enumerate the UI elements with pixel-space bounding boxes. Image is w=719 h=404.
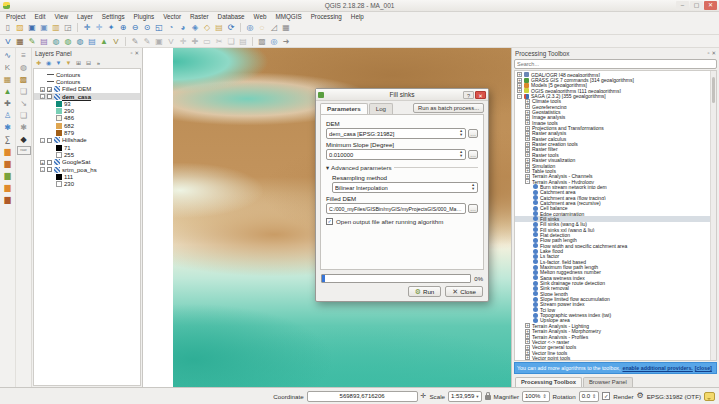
menu-plugins[interactable]: Plugins (134, 13, 155, 20)
expander-icon[interactable]: + (525, 168, 530, 173)
zoom-next-icon[interactable]: ◕ (177, 22, 189, 33)
add-spatialite-layer-icon[interactable]: ▤ (38, 36, 50, 47)
profile-tool-icon[interactable]: ♙ (2, 110, 14, 122)
expander-icon[interactable]: + (517, 88, 522, 93)
legend-swatch-row[interactable]: 290 (34, 107, 140, 114)
save-project-as-icon[interactable]: ▣ (38, 22, 50, 33)
menu-help[interactable]: Help (351, 13, 364, 20)
menu-database[interactable]: Database (218, 13, 245, 20)
expander-icon[interactable]: + (517, 83, 522, 88)
toggle-extents-icon[interactable]: ✛ (421, 392, 427, 400)
add-postgis-layer-icon[interactable]: ◍ (50, 36, 62, 47)
layer-row[interactable]: -dem_casa (34, 93, 140, 100)
zoom-to-layer-icon[interactable]: ◈ (189, 22, 201, 33)
panel-close-icon[interactable]: ✕ (711, 50, 716, 56)
expander-icon[interactable]: - (517, 94, 522, 99)
coordinate-input[interactable]: 569893,6716206 (307, 391, 418, 402)
filter-expression-icon[interactable]: ▼ (64, 59, 73, 68)
expander-icon[interactable]: + (525, 110, 530, 115)
menu-project[interactable]: Project (6, 13, 26, 20)
python-console-icon[interactable]: ∿ (2, 50, 14, 62)
help-button[interactable]: ? (463, 91, 474, 99)
expander-icon[interactable]: + (517, 72, 522, 77)
labeling-icon[interactable]: ▩ (256, 36, 268, 47)
menu-raster[interactable]: Raster (190, 13, 209, 20)
scatter-chart-icon[interactable]: ▆ (2, 182, 14, 194)
menu-settings[interactable]: Settings (102, 13, 125, 20)
menu-mmqgis[interactable]: MMQGIS (275, 13, 301, 20)
topology-checker-icon[interactable]: ✱ (2, 122, 14, 134)
expander-icon[interactable]: + (525, 120, 530, 125)
crs-status-icon[interactable]: ⚙ (636, 392, 643, 400)
panel-overflow-icon[interactable]: » (94, 59, 103, 68)
expander-icon[interactable]: + (525, 334, 530, 339)
osm-place-search-icon[interactable]: ◎ (268, 36, 280, 47)
expander-icon[interactable]: + (525, 152, 530, 157)
legend-swatch-row[interactable]: 486 (34, 115, 140, 122)
scale-lock-icon[interactable] (485, 395, 491, 400)
expander-icon[interactable]: + (525, 345, 530, 350)
menu-edit[interactable]: Edit (35, 13, 46, 20)
expander-icon[interactable]: + (525, 104, 530, 109)
dem-combobox[interactable]: dem_casa [EPSG:31982] ▲▼ (326, 128, 466, 139)
new-memory-layer-icon[interactable]: V (110, 36, 122, 47)
area-chart-icon[interactable]: ▆ (2, 194, 14, 206)
expander-icon[interactable]: + (525, 136, 530, 141)
expander-icon[interactable]: + (517, 78, 522, 83)
zoom-native-icon[interactable]: ⊙ (141, 22, 153, 33)
legend-swatch-row[interactable]: 230 (34, 180, 140, 187)
expander-icon[interactable]: + (525, 115, 530, 120)
pan-to-selection-icon[interactable]: ✛ (93, 22, 105, 33)
add-vector-layer-icon[interactable]: V (2, 36, 14, 47)
layer-row[interactable]: -srtm_poa_hs (34, 166, 140, 173)
menu-processing[interactable]: Processing (311, 13, 342, 20)
measure-icon[interactable]: ◿ (268, 22, 280, 33)
node-tool-icon[interactable]: ✚ (189, 36, 201, 47)
expander-icon[interactable]: + (525, 339, 530, 344)
panel-undock-icon[interactable]: ▫ (130, 50, 132, 56)
paste-features-icon[interactable]: ▤ (237, 36, 249, 47)
run-as-batch-button[interactable]: Run as batch process... (413, 103, 484, 113)
current-edits-icon[interactable]: ✎ (129, 36, 141, 47)
expander-icon[interactable]: + (525, 323, 530, 328)
expander-icon[interactable]: - (525, 179, 530, 184)
map-themes-icon[interactable]: ◉ (44, 59, 53, 68)
zoom-last-icon[interactable]: ◔ (165, 22, 177, 33)
open-attribute-table-icon[interactable]: ▦ (280, 22, 292, 33)
raw-data-icon[interactable]: raw (17, 146, 31, 155)
spinner-icon[interactable]: ⇕ (542, 392, 546, 401)
output-path-input[interactable]: C:/000_myFiles/GISBin/myGIS/myProjectsGI… (326, 203, 466, 214)
expander-icon[interactable]: - (40, 138, 45, 143)
add-wms-layer-icon[interactable]: ◍ (62, 36, 74, 47)
histogram-chart-icon[interactable]: ▆ (2, 146, 14, 158)
copy-features-icon[interactable]: ❏ (225, 36, 237, 47)
expander-icon[interactable]: + (525, 158, 530, 163)
expander-icon[interactable]: + (525, 142, 530, 147)
collapse-triangle-icon[interactable]: ▾ (326, 164, 329, 171)
tab-browser-panel[interactable]: Browser Panel (583, 377, 633, 387)
globe-plugin-icon[interactable]: ◍ (18, 62, 30, 74)
layer-row[interactable]: Contours (34, 78, 140, 85)
enable-providers-link[interactable]: enable additional providers. (622, 365, 692, 371)
layer-visibility-checkbox[interactable] (47, 167, 52, 172)
save-edits-icon[interactable]: ▣ (153, 36, 165, 47)
maximize-button[interactable]: ▢ (690, 1, 703, 10)
move-label-icon[interactable]: ↘ (18, 98, 30, 110)
layer-visibility-checkbox[interactable] (47, 138, 52, 143)
magnifier-spinbox[interactable]: 100% ⇕ (522, 391, 550, 402)
map-tips-icon[interactable]: ▤ (213, 22, 225, 33)
tab-processing-toolbox[interactable]: Processing Toolbox (515, 377, 582, 387)
statistics-icon[interactable]: ∑ (2, 134, 14, 146)
move-feature-icon[interactable]: ✛ (177, 36, 189, 47)
layer-visibility-checkbox[interactable]: ✓ (47, 87, 52, 92)
menu-web[interactable]: Web (254, 13, 267, 20)
zoom-out-icon[interactable]: ⊖ (129, 22, 141, 33)
layer-row[interactable]: -Hillshade (34, 137, 140, 144)
grass-tools-icon[interactable]: K (2, 62, 14, 74)
raster-calculator-icon[interactable]: ▦ (2, 74, 14, 86)
expander-icon[interactable]: + (525, 355, 530, 360)
open-output-checkbox[interactable]: ✓ (326, 218, 333, 225)
expander-icon[interactable]: + (525, 163, 530, 168)
expander-icon[interactable]: + (40, 87, 45, 92)
scale-combo[interactable]: 1:53,959 ▾ (448, 391, 482, 402)
